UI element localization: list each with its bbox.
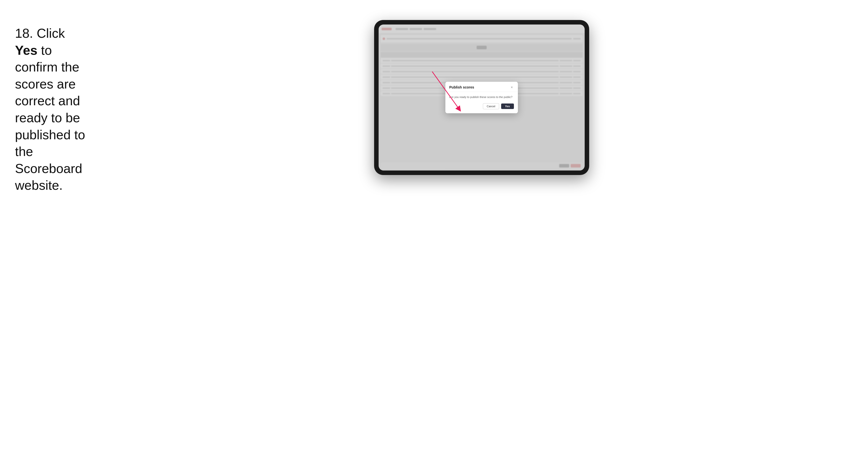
modal-message: Are you ready to publish these scores to… [450,95,514,99]
yes-button[interactable]: Yes [501,103,514,109]
text-part2: to confirm the scores are correct and re… [15,43,85,193]
tablet-screen: Publish scores × Are you ready to publis… [379,25,585,170]
modal-title: Publish scores [450,85,474,89]
tablet-wrapper: Publish scores × Are you ready to publis… [95,15,868,175]
modal-overlay: Publish scores × Are you ready to publis… [379,25,585,170]
modal-body: Are you ready to publish these scores to… [445,92,518,113]
step-number: 18. [15,26,33,40]
modal-header: Publish scores × [445,82,518,92]
modal-footer: Cancel Yes [450,103,514,109]
cancel-button[interactable]: Cancel [483,103,499,109]
bold-word: Yes [15,43,37,58]
publish-scores-dialog: Publish scores × Are you ready to publis… [445,82,518,113]
text-part1: Click [33,26,65,40]
modal-close-button[interactable]: × [510,85,514,89]
instruction-text: 18. Click Yes to confirm the scores are … [15,15,95,194]
tablet-device: Publish scores × Are you ready to publis… [374,20,589,175]
